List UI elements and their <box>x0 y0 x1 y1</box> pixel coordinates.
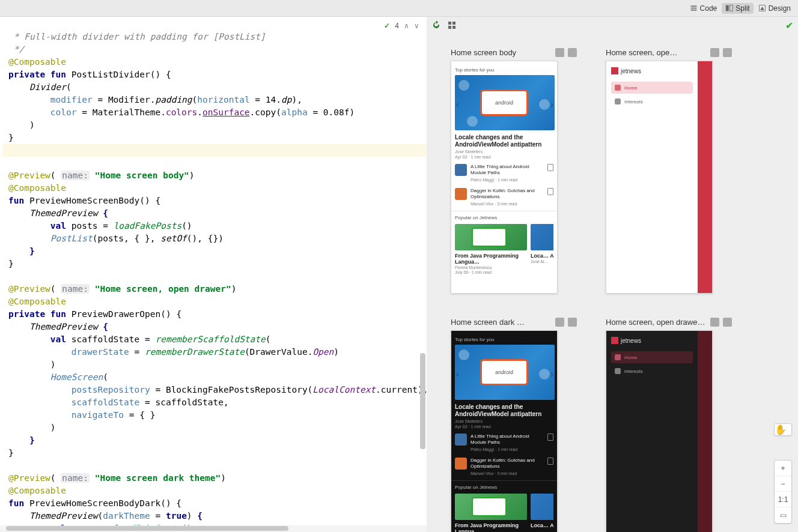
thumb-icon <box>455 188 467 200</box>
drawer-item-interests: Interests <box>611 95 693 107</box>
preview-canvas[interactable]: jetnews Home Interests <box>606 61 713 294</box>
preview-canvas[interactable]: jetnews Home Interests <box>606 330 713 532</box>
hero-image: android ‹› <box>455 75 555 130</box>
bookmark-icon <box>547 164 553 171</box>
inspection-ok-icon[interactable]: ✓ <box>384 22 390 30</box>
interactive-icon[interactable] <box>723 318 732 327</box>
preview-title: Home screen dark … <box>451 318 552 327</box>
article-author: Jose Skeleters <box>455 150 553 154</box>
inspection-next-icon[interactable]: ∨ <box>414 22 419 30</box>
deploy-icon[interactable] <box>555 48 564 57</box>
view-mode-toolbar: Code Split Design <box>0 0 798 17</box>
deploy-icon[interactable] <box>710 318 719 327</box>
editor-horizontal-scrollbar[interactable] <box>0 525 427 532</box>
interactive-icon[interactable] <box>568 48 577 57</box>
zoom-fit-button[interactable]: ▭ <box>775 507 791 523</box>
svg-rect-10 <box>452 26 455 29</box>
preview-status-ok-icon[interactable]: ✔ <box>785 20 793 31</box>
svg-rect-3 <box>726 5 729 11</box>
section-label: Top stories for you <box>455 67 553 73</box>
preview-canvas[interactable]: Top stories for you android‹› Locale cha… <box>451 330 558 532</box>
zoom-controls: + − 1:1 ▭ <box>774 460 792 524</box>
mode-design[interactable]: Design <box>755 3 794 14</box>
svg-rect-8 <box>452 22 455 25</box>
mode-split[interactable]: Split <box>722 3 753 14</box>
article-title: Locale changes and the AndroidViewModel … <box>455 134 553 148</box>
mode-code[interactable]: Code <box>686 3 721 14</box>
preview-cell: Home screen body Top stories for you and… <box>451 48 577 294</box>
deploy-icon[interactable] <box>555 318 564 327</box>
code-editor-pane: ✓ 4 ∧ ∨ * Full-width divider with paddin… <box>0 17 427 532</box>
code-editor[interactable]: * Full-width divider with padding for [P… <box>0 17 427 525</box>
svg-rect-7 <box>448 22 451 25</box>
thumb-icon <box>455 164 467 176</box>
zoom-reset-button[interactable]: 1:1 <box>775 492 791 507</box>
preview-cell: Home screen, open drawer dar… jetnews Ho… <box>606 318 732 532</box>
settings-icon[interactable] <box>447 20 457 30</box>
svg-rect-2 <box>690 10 696 11</box>
editor-vertical-scrollbar[interactable] <box>420 353 425 449</box>
section-label: Popular on Jetnews <box>455 215 553 220</box>
preview-toolbar: ✔ <box>427 17 798 34</box>
preview-title: Home screen, open drawer dar… <box>606 318 707 327</box>
inspection-prev-icon[interactable]: ∧ <box>404 22 409 30</box>
interactive-icon[interactable] <box>723 48 732 57</box>
app-logo: jetnews <box>611 67 693 74</box>
inspection-count[interactable]: 4 <box>395 22 399 30</box>
svg-rect-4 <box>730 5 733 11</box>
code-comment: * Full-width divider with padding for [P… <box>8 32 266 41</box>
preview-title: Home screen body <box>451 48 552 57</box>
bookmark-icon <box>547 188 553 195</box>
svg-marker-6 <box>760 7 764 10</box>
preview-cell: Home screen, ope… jetnews Home Interests <box>606 48 732 294</box>
preview-cell: Home screen dark … Top stories for you a… <box>451 318 577 532</box>
preview-canvas[interactable]: Top stories for you android ‹› Locale ch… <box>451 61 558 294</box>
zoom-in-button[interactable]: + <box>775 461 791 476</box>
article-meta: Apr 02 · 1 min read <box>455 155 553 159</box>
preview-title: Home screen, ope… <box>606 48 707 57</box>
code-comment: */ <box>8 44 24 54</box>
deploy-icon[interactable] <box>710 48 719 57</box>
annotation: @Composable <box>8 57 66 67</box>
zoom-out-button[interactable]: − <box>775 476 791 492</box>
svg-rect-1 <box>690 8 696 9</box>
refresh-icon[interactable] <box>431 20 441 30</box>
interactive-icon[interactable] <box>568 318 577 327</box>
svg-rect-0 <box>690 5 696 7</box>
svg-rect-9 <box>448 26 451 29</box>
pan-tool[interactable]: ✋ <box>774 423 792 436</box>
editor-inspection-toolbar: ✓ 4 ∧ ∨ <box>384 22 419 30</box>
drawer-scrim <box>698 61 712 293</box>
preview-pane: ✔ Home screen body Top stories for you <box>427 17 798 532</box>
drawer-item-home: Home <box>611 82 693 94</box>
